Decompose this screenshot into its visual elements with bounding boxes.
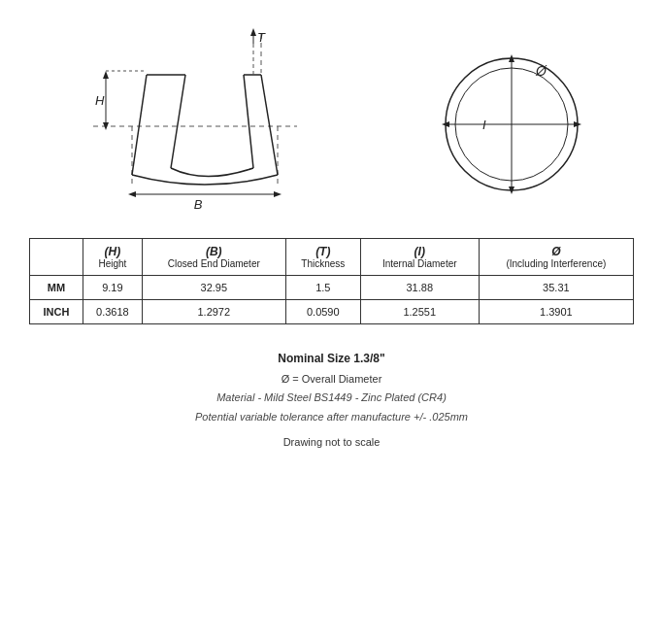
col-header-T: (T) Thickness	[285, 239, 360, 276]
cell-mm-B: 32.95	[142, 276, 285, 300]
svg-text:T: T	[257, 30, 266, 45]
table-section: (H) Height (B) Closed End Diameter (T) T…	[10, 233, 653, 329]
cell-mm-T: 1.5	[285, 276, 360, 300]
nominal-size-label: Nominal Size 1.3/8"	[29, 349, 634, 370]
svg-line-5	[261, 75, 278, 175]
cell-inch-phi: 1.3901	[479, 300, 633, 324]
table-row: INCH 0.3618 1.2972 0.0590 1.2551 1.3901	[30, 300, 634, 324]
cell-inch-B: 1.2972	[142, 300, 285, 324]
material-line2: Potential variable tolerance after manuf…	[29, 408, 634, 427]
cell-inch-T: 0.0590	[285, 300, 360, 324]
diagram-section: T H B	[10, 10, 653, 233]
col-header-I: (I) Internal Diameter	[360, 239, 479, 276]
svg-marker-12	[250, 28, 256, 36]
diameter-definition: Ø = Overall Diameter	[29, 370, 634, 390]
row-label-inch: INCH	[30, 300, 83, 324]
page: T H B	[0, 0, 663, 644]
cell-mm-phi: 35.31	[479, 276, 633, 300]
front-view: Ø I	[434, 39, 589, 204]
svg-text:H: H	[95, 93, 105, 108]
table-header-row: (H) Height (B) Closed End Diameter (T) T…	[30, 239, 634, 276]
label-header-cell	[30, 239, 83, 276]
svg-line-9	[244, 75, 253, 168]
cell-inch-I: 1.2551	[360, 300, 479, 324]
svg-line-4	[132, 75, 147, 175]
col-header-H: (H) Height	[83, 239, 143, 276]
cell-inch-H: 0.3618	[83, 300, 143, 324]
side-view: T H B	[74, 24, 346, 219]
svg-line-8	[171, 75, 185, 168]
row-label-mm: MM	[30, 276, 83, 300]
col-header-B: (B) Closed End Diameter	[142, 239, 285, 276]
svg-text:B: B	[193, 197, 202, 212]
svg-text:Ø: Ø	[535, 63, 547, 79]
svg-marker-15	[103, 71, 109, 79]
drawing-note: Drawing not to scale	[29, 433, 634, 453]
table-row: MM 9.19 32.95 1.5 31.88 35.31	[30, 276, 634, 300]
svg-marker-20	[128, 191, 136, 197]
material-line1: Material - Mild Steel BS1449 - Zinc Plat…	[29, 389, 634, 408]
cell-mm-H: 9.19	[83, 276, 143, 300]
dimensions-table: (H) Height (B) Closed End Diameter (T) T…	[29, 238, 634, 324]
cell-mm-I: 31.88	[360, 276, 479, 300]
svg-text:I: I	[482, 118, 486, 132]
svg-marker-21	[274, 191, 282, 197]
col-header-phi: Ø (Including Interference)	[479, 239, 633, 276]
footer-section: Nominal Size 1.3/8" Ø = Overall Diameter…	[10, 329, 653, 462]
